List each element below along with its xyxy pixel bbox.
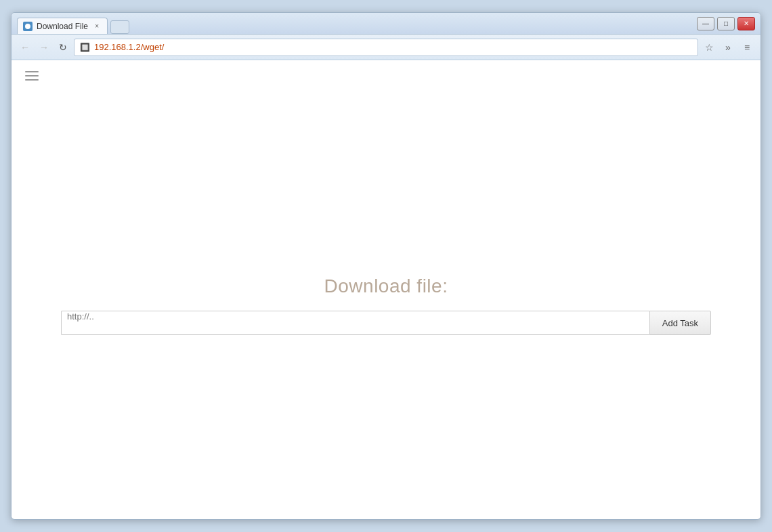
page-main: Download file: Add Task — [12, 91, 760, 519]
reload-button[interactable]: ↻ — [55, 39, 71, 56]
tab-close-button[interactable]: × — [92, 22, 102, 31]
tab-title: Download File — [37, 22, 88, 31]
more-tools-icon[interactable]: » — [720, 39, 736, 56]
nav-extras: ☆ » ≡ — [701, 39, 755, 56]
add-task-button[interactable]: Add Task — [649, 311, 711, 335]
tab-favicon — [23, 22, 33, 31]
close-button[interactable]: ✕ — [737, 17, 755, 30]
new-tab-button[interactable] — [110, 20, 129, 34]
hamburger-line-1 — [25, 71, 39, 72]
url-form: Add Task — [61, 311, 711, 335]
hamburger-menu-icon[interactable] — [22, 68, 750, 83]
page-content: Download file: Add Task — [12, 60, 760, 519]
title-bar: Download File × — □ ✕ — [12, 13, 760, 35]
page-toolbar — [12, 60, 760, 91]
url-input[interactable] — [61, 311, 649, 335]
address-bar: 🔲 — [74, 39, 698, 56]
window-controls: — □ ✕ — [697, 17, 755, 30]
tab-area: Download File × — [17, 13, 697, 34]
bookmark-star-icon[interactable]: ☆ — [701, 39, 717, 56]
forward-button[interactable]: → — [36, 39, 52, 56]
maximize-button[interactable]: □ — [717, 17, 735, 30]
back-button[interactable]: ← — [17, 39, 33, 56]
browser-window: Download File × — □ ✕ ← → ↻ 🔲 ☆ » ≡ — [11, 12, 761, 520]
main-menu-icon[interactable]: ≡ — [739, 39, 755, 56]
active-tab[interactable]: Download File × — [17, 18, 108, 34]
navigation-bar: ← → ↻ 🔲 ☆ » ≡ — [12, 35, 760, 60]
address-input[interactable] — [94, 42, 692, 52]
address-lock-icon: 🔲 — [80, 43, 90, 52]
hamburger-line-2 — [25, 75, 39, 76]
hamburger-line-3 — [25, 79, 39, 81]
download-heading: Download file: — [324, 275, 448, 297]
minimize-button[interactable]: — — [697, 17, 714, 30]
